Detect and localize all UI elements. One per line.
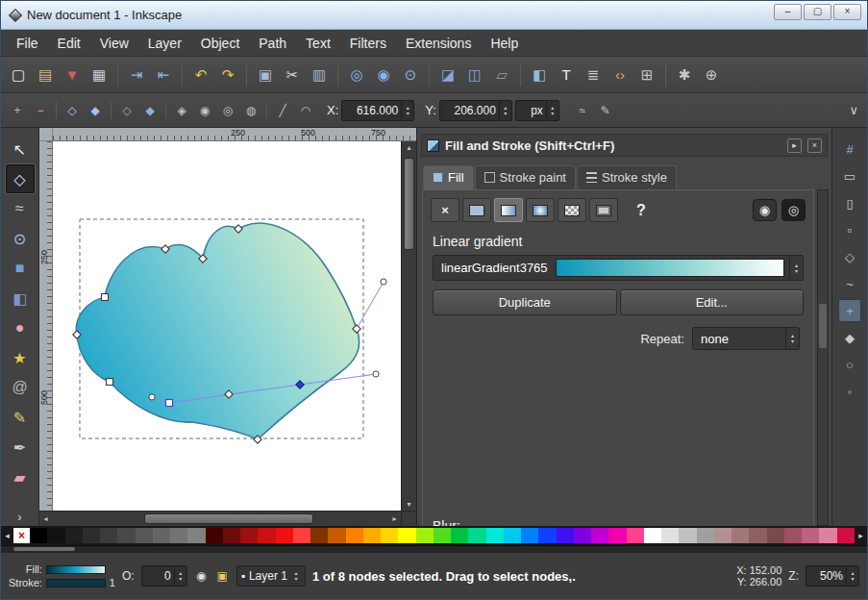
scroll-up-icon[interactable]: ▴ (402, 141, 416, 154)
zoom-input[interactable]: 50% (806, 565, 859, 587)
cut-icon[interactable]: ✂ (280, 62, 305, 88)
palette-swatch[interactable] (136, 528, 153, 543)
tab-fill[interactable]: Fill (423, 165, 474, 189)
selector-tool[interactable]: ↖ (6, 135, 35, 163)
pencil-tool[interactable]: ✎ (6, 403, 35, 432)
palette-swatch[interactable] (504, 528, 521, 543)
palette-swatch[interactable] (117, 528, 135, 543)
palette-swatch[interactable] (293, 528, 310, 543)
paint-flat-button[interactable] (462, 198, 491, 222)
repeat-select[interactable]: none (692, 327, 800, 350)
ruler-top[interactable]: 250500750 (53, 128, 416, 141)
palette-swatch[interactable] (310, 528, 328, 543)
snap-midpoints-icon[interactable]: ◦ (838, 380, 861, 403)
palette-swatch[interactable] (223, 528, 240, 543)
snap-smooth-nodes-icon[interactable]: ○ (838, 353, 861, 376)
open-document-icon[interactable]: ▤ (33, 62, 58, 88)
canvas-vscrollbar[interactable]: ▴ ▾ (401, 141, 416, 511)
menu-path[interactable]: Path (249, 32, 296, 55)
spinner-arrows-icon[interactable] (846, 566, 858, 586)
zoom-drawing-icon[interactable]: ◎ (344, 62, 369, 88)
spinner-arrows-icon[interactable] (401, 101, 413, 120)
palette-scroll-left-icon[interactable]: ◂ (1, 531, 13, 540)
palette-swatch[interactable] (381, 528, 398, 543)
layer-lock-icon[interactable]: ▣ (215, 569, 230, 583)
palette-swatch[interactable] (363, 528, 381, 543)
object-to-path-icon[interactable]: ≈ (572, 100, 593, 121)
stroke-swatch[interactable] (46, 579, 106, 588)
smooth-node-icon[interactable]: ◉ (194, 100, 215, 121)
palette-swatch[interactable] (767, 528, 784, 543)
toolbar-overflow-icon[interactable]: ∨ (849, 103, 861, 117)
fill-stroke-dialog-icon[interactable]: ◧ (527, 62, 552, 88)
toolbox-more-icon[interactable]: › (1, 510, 38, 524)
copy-icon[interactable]: ▣ (253, 62, 278, 88)
palette-swatch[interactable] (153, 528, 170, 543)
canvas[interactable] (53, 141, 401, 511)
menu-object[interactable]: Object (191, 32, 249, 55)
print-document-icon[interactable]: ▦ (87, 62, 112, 88)
palette-swatch[interactable] (398, 528, 415, 543)
paint-linear-gradient-button[interactable] (494, 198, 523, 222)
paint-radial-gradient-button[interactable] (526, 198, 555, 222)
layer-visibility-icon[interactable]: ◉ (194, 569, 209, 583)
zoom-tool[interactable]: ⊙ (6, 224, 35, 253)
palette-swatch[interactable] (521, 528, 538, 543)
snap-bbox-edges-icon[interactable]: ▯ (838, 191, 861, 214)
palette-swatch[interactable] (47, 528, 64, 543)
paint-pattern-button[interactable] (558, 198, 586, 222)
palette-swatch-none[interactable]: × (13, 528, 30, 543)
ellipse-tool[interactable]: ● (6, 313, 35, 342)
scroll-down-icon[interactable]: ▾ (402, 498, 416, 511)
box-3d-tool[interactable]: ◧ (6, 284, 35, 312)
palette-swatch[interactable] (732, 528, 749, 543)
palette-scroll-right-icon[interactable]: ▸ (855, 531, 867, 540)
text-dialog-icon[interactable]: T (554, 62, 579, 88)
join-node-icon[interactable]: ◆ (85, 100, 106, 121)
tweak-tool[interactable]: ≈ (6, 194, 35, 223)
menu-help[interactable]: Help (481, 32, 528, 55)
close-button[interactable]: × (833, 4, 861, 20)
canvas-hscrollbar[interactable]: ◂ ▸ (39, 511, 401, 526)
palette-swatch[interactable] (328, 528, 345, 543)
layer-selector[interactable]: ▪ Layer 1 (236, 565, 306, 587)
fill-rule-nonzero-button[interactable]: ◉ (753, 199, 777, 221)
paste-icon[interactable]: ▥ (307, 62, 332, 88)
insert-node-icon[interactable]: + (7, 100, 28, 121)
hscroll-track[interactable] (52, 512, 388, 526)
hscroll-thumb[interactable] (144, 513, 313, 524)
snap-enable-icon[interactable]: # (838, 138, 861, 161)
palette-swatch[interactable] (83, 528, 100, 543)
node-editor-tool[interactable]: ◇ (6, 164, 35, 193)
symmetric-node-icon[interactable]: ◎ (217, 100, 238, 121)
break-node-icon[interactable]: ◇ (62, 100, 83, 121)
paint-unknown-button[interactable]: ? (627, 198, 656, 222)
delete-segment-icon[interactable]: ◆ (139, 100, 161, 121)
fill-swatch[interactable] (46, 565, 106, 574)
new-document-icon[interactable]: ▢ (6, 62, 31, 88)
eraser-tool[interactable]: ▰ (6, 462, 35, 491)
snap-intersections-icon[interactable]: + (838, 299, 861, 322)
ruler-left[interactable]: 250500 (39, 141, 53, 511)
gradient-shape[interactable] (76, 223, 359, 439)
duplicate-icon[interactable]: ◪ (435, 62, 460, 88)
show-handles-icon[interactable]: ✎ (595, 100, 616, 121)
vscroll-thumb[interactable] (404, 158, 414, 250)
redo-icon[interactable]: ↷ (215, 62, 240, 88)
palette-swatch[interactable] (661, 528, 679, 543)
palette-scroll-thumb[interactable] (13, 547, 75, 551)
palette-swatch[interactable] (644, 528, 661, 543)
star-tool[interactable]: ★ (6, 343, 35, 372)
palette-swatch[interactable] (538, 528, 556, 543)
menu-filters[interactable]: Filters (340, 32, 396, 55)
delete-node-icon[interactable]: − (30, 100, 51, 121)
import-icon[interactable]: ⇥ (124, 62, 149, 88)
document-properties-icon[interactable]: ⊕ (699, 62, 724, 88)
paint-none-button[interactable]: × (431, 198, 459, 222)
curve-segment-icon[interactable]: ◠ (295, 100, 316, 121)
dropdown-arrows-icon[interactable] (785, 328, 799, 349)
rectangle-tool[interactable]: ■ (6, 254, 35, 283)
palette-swatch[interactable] (591, 528, 608, 543)
palette-swatch[interactable] (784, 528, 802, 543)
menu-text[interactable]: Text (296, 32, 340, 55)
